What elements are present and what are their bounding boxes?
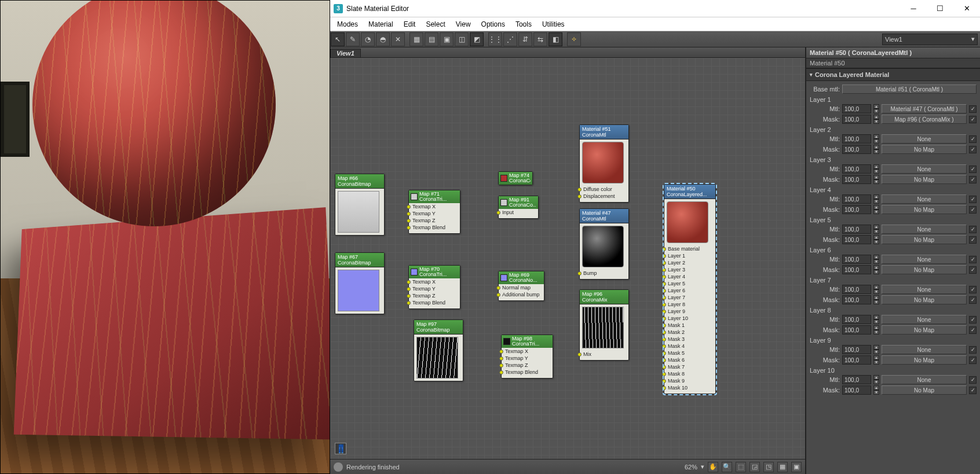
show-map-icon[interactable]: ▣ [440, 32, 454, 46]
node-input-slot[interactable]: Mask 8 [667, 370, 713, 377]
amount-spinner[interactable]: 100,0 [842, 315, 871, 324]
slot-button[interactable]: None [882, 315, 967, 324]
node-input-slot[interactable]: Mask 5 [667, 350, 713, 357]
spinner-buttons[interactable]: ▲▼ [873, 194, 879, 204]
move-children-icon[interactable]: ▦ [409, 32, 423, 46]
enable-checkbox[interactable]: ✓ [969, 105, 977, 113]
slot-button[interactable]: None [882, 345, 967, 354]
slot-button[interactable]: No Map [882, 385, 967, 395]
menu-material[interactable]: Material [364, 19, 398, 30]
node-input-slot[interactable]: Mask 7 [667, 363, 713, 370]
wand-icon[interactable]: ✧ [567, 32, 581, 46]
view-tab[interactable]: View1 [330, 47, 805, 58]
zoom-extents-sel-icon[interactable]: ◳ [763, 462, 774, 472]
slot-button[interactable]: No Map [882, 355, 967, 365]
amount-spinner[interactable]: 100,0 [842, 285, 871, 294]
node-input-slot[interactable]: Mask 1 [667, 322, 713, 329]
node-map-67[interactable]: Map #67CoronaBitmap [335, 252, 385, 314]
material-name-field[interactable]: Material #50 [810, 60, 845, 67]
enable-checkbox[interactable]: ✓ [969, 176, 977, 183]
assign-to-all-icon[interactable]: ◓ [376, 32, 390, 46]
node-map-70[interactable]: Map #70CoronaTri... Texmap X Texmap Y Te… [408, 265, 460, 309]
node-input-slot[interactable]: Mask 3 [667, 336, 713, 343]
layout-horizontal-icon[interactable]: ⇆ [533, 32, 547, 46]
spinner-buttons[interactable]: ▲▼ [873, 235, 879, 244]
spinner-buttons[interactable]: ▲▼ [873, 175, 879, 184]
node-input-slot[interactable]: Base material [667, 245, 713, 252]
amount-spinner[interactable]: 100,0 [842, 375, 871, 384]
node-input-slot[interactable]: Mask 6 [667, 357, 713, 363]
min-max-icon[interactable]: ▣ [791, 462, 802, 472]
select-tool-icon[interactable]: ↖ [331, 32, 345, 46]
slot-button[interactable]: No Map [882, 265, 967, 274]
node-input-slot[interactable]: Mask 10 [667, 384, 713, 391]
node-input-slot[interactable]: Layer 1 [667, 252, 713, 259]
spinner-buttons[interactable]: ▲▼ [873, 355, 879, 365]
node-input-slot[interactable]: Mask 4 [667, 343, 713, 350]
enable-checkbox[interactable]: ✓ [969, 346, 977, 354]
node-input-slot[interactable]: Mask 9 [667, 377, 713, 384]
hide-unused-icon[interactable]: ▤ [425, 32, 438, 46]
slot-button[interactable]: None [882, 164, 967, 174]
node-input-slot[interactable]: Mask 2 [667, 329, 713, 336]
enable-checkbox[interactable]: ✓ [969, 166, 977, 173]
maximize-button[interactable]: ☐ [927, 0, 953, 17]
enable-checkbox[interactable]: ✓ [969, 376, 977, 384]
zoom-icon[interactable]: 🔍 [722, 462, 732, 472]
navigator-icon[interactable]: 👖 [335, 443, 346, 454]
amount-spinner[interactable]: 100,0 [842, 355, 871, 365]
slot-button[interactable]: Material #47 ( CoronaMtl ) [882, 104, 967, 113]
amount-spinner[interactable]: 100,0 [842, 385, 871, 395]
amount-spinner[interactable]: 100,0 [842, 255, 871, 264]
slot-button[interactable]: Map #96 ( CoronaMix ) [882, 115, 967, 124]
node-map-66[interactable]: Map #66CoronaBitmap [335, 174, 385, 236]
zoom-region-icon[interactable]: ⬚ [736, 462, 746, 472]
node-input-slot[interactable]: Layer 3 [667, 266, 713, 273]
menu-modes[interactable]: Modes [332, 19, 363, 30]
spinner-buttons[interactable]: ▲▼ [873, 325, 879, 335]
enable-checkbox[interactable]: ✓ [969, 296, 977, 304]
layout-children-icon[interactable]: ⋰ [503, 32, 517, 46]
node-map-69[interactable]: Map #69CoronaNo... Normal map Additional… [498, 271, 544, 301]
node-input-slot[interactable]: Layer 7 [667, 294, 713, 301]
slot-button[interactable]: None [882, 225, 967, 234]
spinner-buttons[interactable]: ▲▼ [873, 145, 879, 154]
amount-spinner[interactable]: 100,0 [842, 265, 871, 274]
show-background-icon[interactable]: ◩ [470, 32, 484, 46]
close-button[interactable]: ✕ [953, 0, 980, 17]
enable-checkbox[interactable]: ✓ [969, 206, 977, 214]
spinner-buttons[interactable]: ▲▼ [873, 225, 879, 234]
node-map-71[interactable]: Map #71CoronaTri... Texmap X Texmap Y Te… [408, 190, 460, 234]
enable-checkbox[interactable]: ✓ [969, 196, 977, 203]
slot-button[interactable]: None [882, 285, 967, 294]
slot-button[interactable]: None [882, 255, 967, 264]
node-map-96[interactable]: Map #96CoronaMix Mix [579, 289, 629, 361]
amount-spinner[interactable]: 100,0 [842, 104, 871, 113]
slot-button[interactable]: None [882, 375, 967, 384]
spinner-buttons[interactable]: ▲▼ [873, 345, 879, 354]
node-map-91[interactable]: Map #91CoronaCo... Input [498, 196, 539, 219]
pan-icon[interactable]: ✋ [708, 462, 718, 472]
enable-checkbox[interactable]: ✓ [969, 387, 977, 394]
slot-button[interactable]: No Map [882, 175, 967, 184]
show-result-icon[interactable]: ◫ [455, 32, 469, 46]
slot-button[interactable]: No Map [882, 295, 967, 304]
amount-spinner[interactable]: 100,0 [842, 325, 871, 335]
node-map-97[interactable]: Map #97CoronaBitmap [414, 319, 463, 381]
rollout-header[interactable]: Corona Layered Material [806, 68, 980, 81]
slot-button[interactable]: No Map [882, 235, 967, 244]
enable-checkbox[interactable]: ✓ [969, 116, 977, 123]
spinner-buttons[interactable]: ▲▼ [873, 315, 879, 324]
layout-vertical-icon[interactable]: ⇵ [518, 32, 532, 46]
base-mtl-button[interactable]: Material #51 ( CoronaMtl ) [842, 84, 977, 94]
node-input-slot[interactable]: Layer 8 [667, 301, 713, 308]
enable-checkbox[interactable]: ✓ [969, 256, 977, 263]
node-input-slot[interactable]: Layer 4 [667, 273, 713, 280]
view-selector[interactable]: View1 [882, 34, 978, 45]
minimize-button[interactable]: ─ [900, 0, 927, 17]
menu-options[interactable]: Options [477, 19, 510, 30]
assign-material-icon[interactable]: ◔ [361, 32, 375, 46]
enable-checkbox[interactable]: ✓ [969, 226, 977, 233]
enable-checkbox[interactable]: ✓ [969, 357, 977, 364]
node-canvas[interactable]: Map #66CoronaBitmap Map #67CoronaBitmap … [330, 58, 805, 459]
